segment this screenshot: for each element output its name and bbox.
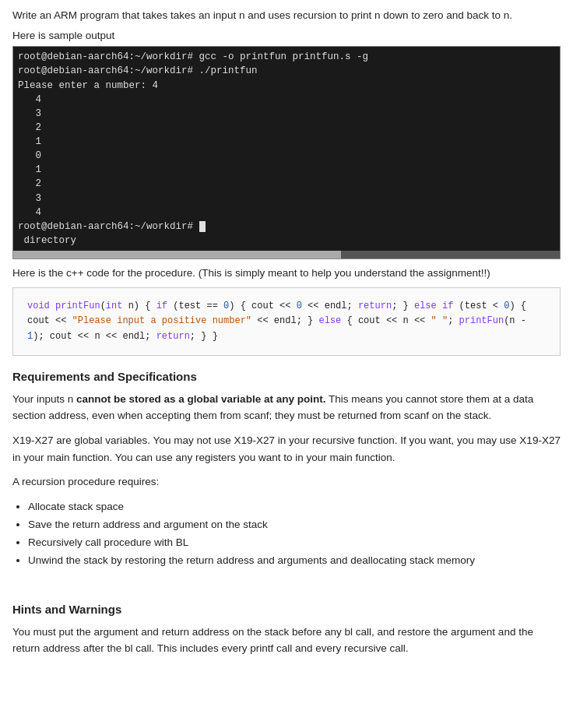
- terminal-line-6: 2: [18, 122, 41, 133]
- code-close2: }: [308, 315, 313, 326]
- requirements-para1: Your inputs n cannot be stored as a glob…: [12, 391, 561, 424]
- code-block: void printFun(int n) { if (test == 0) { …: [12, 287, 561, 356]
- terminal-line-12: 4: [18, 207, 41, 218]
- terminal-line-11: 3: [18, 193, 41, 204]
- terminal-line-1: root@debian-aarch64:~/workdir# gcc -o pr…: [18, 51, 368, 62]
- code-else-open: {: [341, 315, 352, 326]
- terminal-line-3: Please enter a number: 4: [18, 80, 158, 91]
- hints-section: Hints and Warnings You must put the argu…: [12, 603, 561, 657]
- code-if-close: ) {: [229, 301, 246, 311]
- code-if-cond: (test ==: [167, 301, 223, 311]
- list-item-3: Recursively call procedure with BL: [28, 534, 561, 552]
- code-cout4: cout << n << endl;: [50, 331, 151, 342]
- terminal-line-14: directory: [18, 235, 76, 246]
- requirements-heading: Requirements and Specifications: [12, 370, 561, 383]
- code-n-param: n): [122, 301, 139, 311]
- code-else-if-cond: (test <: [453, 301, 504, 311]
- hints-heading: Hints and Warnings: [12, 603, 561, 616]
- code-cout3: cout << n <<: [358, 315, 431, 326]
- terminal-line-2: root@debian-aarch64:~/workdir# ./printfu…: [18, 65, 258, 76]
- code-open-brace: {: [145, 301, 150, 311]
- list-item-4: Unwind the stack by restoring the return…: [28, 552, 561, 570]
- cpp-label: Here is the c++ code for the procedure. …: [12, 266, 561, 281]
- code-return2: return: [156, 331, 190, 342]
- terminal-line-8: 0: [18, 150, 41, 161]
- terminal-line-4: 4: [18, 94, 41, 105]
- requirements-section: Requirements and Specifications Your inp…: [12, 370, 561, 570]
- para1-normal: Your inputs n: [12, 393, 76, 405]
- code-cout2: cout <<: [27, 315, 72, 326]
- code-close3: }: [201, 331, 206, 342]
- code-return1: return: [358, 301, 392, 311]
- code-recursive-args: (n -: [504, 315, 526, 326]
- terminal-line-9: 1: [18, 164, 41, 175]
- code-cout1b: << endl;: [302, 301, 353, 311]
- section-divider: [12, 581, 561, 593]
- scrollbar-thumb[interactable]: [13, 251, 341, 258]
- code-int: int: [106, 301, 123, 311]
- code-else-if-close: ) {: [509, 301, 526, 311]
- code-fn: printFun: [55, 301, 100, 311]
- code-close1: }: [403, 301, 409, 311]
- code-if: if: [156, 301, 167, 311]
- terminal-content: root@debian-aarch64:~/workdir# gcc -o pr…: [13, 47, 560, 251]
- terminal-scrollbar[interactable]: [13, 251, 560, 258]
- hints-para1: You must put the argument and return add…: [12, 624, 561, 657]
- requirements-para3: A recursion procedure requires:: [12, 473, 561, 491]
- terminal-block: root@debian-aarch64:~/workdir# gcc -o pr…: [12, 46, 561, 259]
- terminal-line-10: 2: [18, 178, 41, 189]
- code-else: else: [318, 315, 341, 326]
- code-else-if: else if: [414, 301, 453, 311]
- code-cout3b: ;: [448, 315, 453, 326]
- terminal-line-13: root@debian-aarch64:~/workdir#: [18, 221, 206, 232]
- code-cout1: cout <<: [251, 301, 297, 311]
- list-item-1: Allocate stack space: [28, 498, 561, 516]
- requirements-para2: X19-X27 are global variables. You may no…: [12, 432, 561, 466]
- code-recursive-close: );: [33, 331, 44, 342]
- code-str1: "Please input a positive number": [72, 315, 251, 326]
- list-item-2: Save the return address and argument on …: [28, 516, 561, 534]
- code-semi2: ;: [190, 331, 195, 342]
- code-cout2b: << endl;: [251, 315, 302, 326]
- code-str2: " ": [431, 315, 448, 326]
- terminal-line-5: 3: [18, 108, 41, 119]
- terminal-line-7: 1: [18, 136, 41, 147]
- code-semi1: ;: [392, 301, 397, 311]
- code-close-fn: }: [213, 331, 218, 342]
- code-void: void: [27, 301, 50, 311]
- para1-bold: cannot be stored as a global variable at…: [76, 393, 325, 405]
- sample-output-label: Here is sample output: [12, 30, 561, 41]
- code-recursive-call: printFun: [459, 315, 504, 326]
- terminal-cursor: [199, 221, 206, 232]
- requirements-list: Allocate stack space Save the return add…: [28, 498, 561, 570]
- code-zero2: 0: [297, 301, 302, 311]
- code-params: (: [100, 301, 106, 311]
- intro-text: Write an ARM program that takes takes an…: [12, 8, 561, 23]
